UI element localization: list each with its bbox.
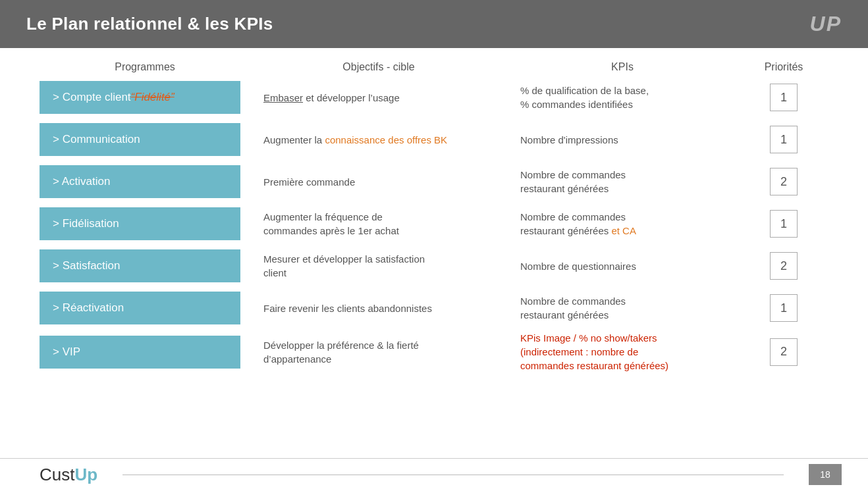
content-area: Programmes Objectifs - cible KPIs Priori… — [0, 48, 868, 458]
program-cell-3: > Activation — [40, 165, 250, 198]
priority-box-3: 2 — [770, 168, 798, 195]
kpi-text-6: Nombre de commandesrestaurant générées — [520, 296, 626, 321]
program-cell-6: > Réactivation — [40, 292, 250, 324]
kpi-cell-6: Nombre de commandesrestaurant générées — [507, 294, 738, 322]
program-label: > Satisfaction — [53, 259, 121, 272]
objective-text-5: Mesurer et développer la satisfactioncli… — [263, 253, 425, 278]
footer-logo: CustUp — [40, 465, 97, 485]
kpi-text-7-red: KPis Image / % no show/takers(indirectem… — [520, 332, 668, 371]
kpi-cell-5: Nombre de questionnaires — [507, 259, 738, 273]
priority-cell-5: 2 — [738, 252, 830, 280]
program-cell-7: > VIP — [40, 336, 250, 369]
table-row: > Activation Première commande Nombre de… — [40, 163, 842, 201]
objective-cell-2: Augmenter la connaissance des offres BK — [250, 133, 507, 147]
objective-cell-3: Première commande — [250, 175, 507, 189]
priority-box-5: 2 — [770, 252, 798, 280]
kpi-text-2: Nombre d'impressions — [520, 134, 618, 145]
objective-cell-1: Embaser et développer l’usage — [250, 91, 507, 105]
objective-text-6: Faire revenir les clients abandonnistes — [263, 303, 432, 314]
objective-cell-6: Faire revenir les clients abandonnistes — [250, 301, 507, 315]
program-cell-2: > Communication — [40, 123, 250, 156]
priority-value-5: 2 — [780, 259, 787, 273]
objective-prefix-2: Augmenter la — [263, 134, 325, 145]
priority-value-2: 1 — [780, 133, 787, 147]
objective-cell-7: Développer la préférence & la fiertéd’ap… — [250, 338, 507, 366]
slide-title: Le Plan relationnel & les KPIs — [26, 14, 273, 34]
col-kpis: KPIs — [507, 61, 738, 73]
objective-highlighted-2: connaissance des offres BK — [325, 134, 447, 145]
priority-box-7: 2 — [770, 338, 798, 366]
priority-cell-3: 2 — [738, 168, 830, 195]
program-button-activation[interactable]: > Activation — [40, 165, 240, 198]
objective-text-4: Augmenter la fréquence decommandes après… — [263, 211, 399, 236]
kpi-text-5: Nombre de questionnaires — [520, 261, 636, 272]
priority-value-1: 1 — [780, 91, 787, 105]
program-label: > Activation — [53, 175, 110, 188]
kpi-plain-4: Nombre de commandesrestaurant générées — [520, 211, 626, 236]
priority-cell-4: 1 — [738, 210, 830, 238]
kpi-highlighted-4: et CA — [611, 225, 636, 236]
program-button-satisfaction[interactable]: > Satisfaction — [40, 249, 240, 282]
program-button-compte[interactable]: > Compte client “Fidélité” — [40, 81, 240, 114]
slide: Le Plan relationnel & les KPIs UP Progra… — [0, 0, 868, 489]
col-programmes: Programmes — [40, 61, 250, 73]
program-cell-5: > Satisfaction — [40, 249, 250, 282]
program-label: > VIP — [53, 346, 80, 359]
objective-text-7: Développer la préférence & la fiertéd’ap… — [263, 340, 419, 365]
footer: CustUp 18 — [0, 458, 868, 489]
footer-logo-cust: Cust — [40, 465, 74, 485]
kpi-cell-2: Nombre d'impressions — [507, 133, 738, 147]
priority-box-1: 1 — [770, 84, 798, 111]
kpi-cell-3: Nombre de commandesrestaurant générées — [507, 168, 738, 195]
priority-value-3: 2 — [780, 175, 787, 189]
objective-cell-5: Mesurer et développer la satisfactioncli… — [250, 252, 507, 280]
program-button-reactivation[interactable]: > Réactivation — [40, 292, 240, 324]
kpi-cell-1: % de qualification de la base,% commande… — [507, 84, 738, 111]
table-row: > VIP Développer la préférence & la fier… — [40, 331, 842, 373]
table-row: > Réactivation Faire revenir les clients… — [40, 289, 842, 327]
objective-text-3: Première commande — [263, 176, 355, 188]
program-label: > Réactivation — [53, 301, 124, 315]
program-button-vip[interactable]: > VIP — [40, 336, 240, 369]
program-label: > Fidélisation — [53, 217, 119, 230]
program-label: > Communication — [53, 133, 140, 146]
objective-embase: Embaser — [263, 92, 303, 103]
table-row: > Communication Augmenter la connaissanc… — [40, 120, 842, 159]
kpi-text-1: % de qualification de la base,% commande… — [520, 85, 649, 110]
footer-divider — [122, 475, 784, 475]
program-cell-1: > Compte client “Fidélité” — [40, 81, 250, 114]
objective-cell-4: Augmenter la fréquence decommandes après… — [250, 210, 507, 238]
kpi-text-3: Nombre de commandesrestaurant générées — [520, 169, 626, 194]
table-row: > Fidélisation Augmenter la fréquence de… — [40, 205, 842, 243]
logo-up: UP — [810, 12, 842, 36]
column-headers: Programmes Objectifs - cible KPIs Priori… — [40, 61, 842, 73]
header: Le Plan relationnel & les KPIs UP — [0, 0, 868, 48]
kpi-cell-7: KPis Image / % no show/takers(indirectem… — [507, 331, 738, 373]
priority-value-6: 1 — [780, 301, 787, 315]
table-body: > Compte client “Fidélité” Embaser et dé… — [40, 78, 842, 373]
footer-logo-up: Up — [74, 465, 97, 485]
priority-value-4: 1 — [780, 217, 787, 231]
kpi-cell-4: Nombre de commandesrestaurant générées e… — [507, 210, 738, 238]
program-button-communication[interactable]: > Communication — [40, 123, 240, 156]
priority-box-6: 1 — [770, 294, 798, 322]
col-priorites: Priorités — [738, 61, 830, 73]
program-label: > Compte client — [53, 91, 131, 104]
priority-cell-6: 1 — [738, 294, 830, 322]
fidelite-strikethrough: “Fidélité” — [131, 91, 175, 104]
priority-value-7: 2 — [780, 345, 787, 359]
program-button-fidelisation[interactable]: > Fidélisation — [40, 207, 240, 240]
priority-cell-1: 1 — [738, 84, 830, 111]
objective-text-1: et développer l’usage — [303, 92, 400, 103]
priority-box-4: 1 — [770, 210, 798, 238]
priority-box-2: 1 — [770, 126, 798, 153]
table-row: > Compte client “Fidélité” Embaser et dé… — [40, 78, 842, 116]
col-objectifs: Objectifs - cible — [250, 61, 507, 73]
priority-cell-2: 1 — [738, 126, 830, 153]
priority-cell-7: 2 — [738, 338, 830, 366]
table-row: > Satisfaction Mesurer et développer la … — [40, 247, 842, 285]
page-number: 18 — [809, 464, 842, 485]
program-cell-4: > Fidélisation — [40, 207, 250, 240]
